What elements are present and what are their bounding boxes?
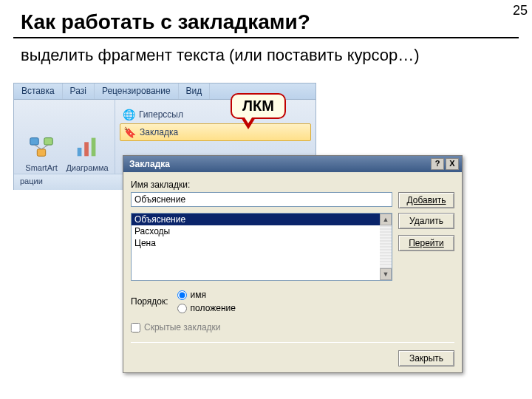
scroll-down-icon[interactable]: ▼ <box>380 268 392 280</box>
svg-rect-5 <box>78 148 82 156</box>
close-button[interactable]: X <box>446 158 459 170</box>
svg-rect-2 <box>37 149 45 157</box>
svg-line-3 <box>35 145 42 149</box>
svg-rect-6 <box>84 142 89 156</box>
slide-number: 25 <box>513 3 528 18</box>
delete-button[interactable]: Удалить <box>398 213 454 229</box>
order-name-radio[interactable]: имя <box>177 290 236 300</box>
list-item[interactable]: Объяснение <box>132 214 380 225</box>
svg-line-4 <box>41 145 49 149</box>
ribbon-tab-layout[interactable]: Разі <box>63 83 95 99</box>
smartart-label: SmartArt <box>25 163 57 172</box>
scroll-track[interactable] <box>380 225 392 268</box>
hyperlink-label: Гиперссыл <box>139 109 183 120</box>
callout: ЛКМ <box>231 93 286 137</box>
bookmark-name-label: Имя закладки: <box>131 180 454 190</box>
diagram-button[interactable]: Диаграмма <box>64 132 110 172</box>
ribbon-illustrations-group: SmartArt Диаграмма <box>14 100 115 174</box>
scroll-up-icon[interactable]: ▲ <box>380 214 392 225</box>
svg-rect-1 <box>44 138 52 146</box>
bookmark-name-input[interactable] <box>131 192 392 207</box>
list-item[interactable]: Расходы <box>132 225 380 237</box>
hidden-bookmarks-checkbox[interactable]: Скрытые закладки <box>131 322 221 332</box>
bookmark-icon: 🔖 <box>123 126 135 138</box>
svg-rect-7 <box>92 138 96 157</box>
order-position-label: положение <box>191 303 236 313</box>
help-button[interactable]: ? <box>431 158 444 170</box>
chart-icon <box>73 132 101 160</box>
globe-icon: 🌐 <box>123 109 134 120</box>
bookmark-dialog: Закладка ? X Имя закладки: Добавить Объя… <box>123 155 463 373</box>
order-position-radio[interactable]: положение <box>177 303 236 313</box>
diagram-label: Диаграмма <box>66 163 108 172</box>
page-title: Как работать с закладками? <box>21 10 532 34</box>
close-dialog-button[interactable]: Закрыть <box>398 350 454 366</box>
smartart-button[interactable]: SmartArt <box>18 132 64 172</box>
smartart-icon <box>27 132 55 160</box>
svg-rect-0 <box>30 138 38 146</box>
bookmark-listbox[interactable]: Объяснение Расходы Цена ▲ ▼ <box>131 213 392 281</box>
hidden-bookmarks-label: Скрытые закладки <box>144 322 221 332</box>
callout-bubble: ЛКМ <box>231 93 286 119</box>
radio-input[interactable] <box>177 290 187 300</box>
ribbon-tab-view[interactable]: Вид <box>179 83 211 99</box>
checkbox-input[interactable] <box>131 323 140 332</box>
page-subtitle: выделить фрагмент текста (или поставить … <box>21 46 532 65</box>
list-item[interactable]: Цена <box>132 237 380 249</box>
order-name-label: имя <box>191 290 206 300</box>
ribbon-tab-insert[interactable]: Вставка <box>14 83 63 99</box>
dialog-titlebar[interactable]: Закладка ? X <box>123 156 462 172</box>
listbox-scrollbar[interactable]: ▲ ▼ <box>380 214 392 280</box>
radio-input[interactable] <box>177 304 187 313</box>
callout-tail-inner <box>243 115 253 123</box>
order-label: Порядок: <box>131 296 168 307</box>
dialog-separator <box>131 342 454 343</box>
title-rule <box>13 37 519 38</box>
ribbon-tab-review[interactable]: Рецензирование <box>95 83 179 99</box>
add-button[interactable]: Добавить <box>398 192 454 208</box>
goto-button[interactable]: Перейти <box>398 235 454 251</box>
bookmark-label: Закладка <box>140 127 178 137</box>
dialog-title: Закладка <box>129 159 170 169</box>
